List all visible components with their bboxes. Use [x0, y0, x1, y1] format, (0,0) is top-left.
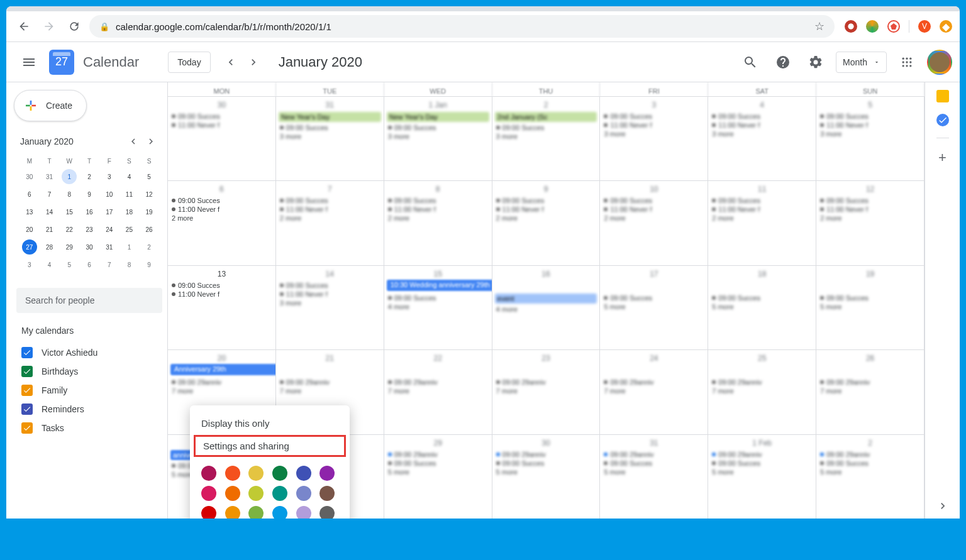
main-menu-button[interactable]: [14, 47, 44, 77]
calendar-item[interactable]: Tasks: [21, 419, 157, 437]
tasks-icon[interactable]: [936, 114, 949, 126]
day-cell[interactable]: 2609:00 29anniv7 more: [816, 349, 924, 434]
mini-day[interactable]: 6: [82, 257, 97, 272]
mini-day[interactable]: 31: [102, 239, 117, 255]
mini-day[interactable]: 14: [42, 204, 57, 219]
google-apps-icon[interactable]: [894, 50, 919, 75]
ext-icon-4[interactable]: ◆: [940, 20, 952, 33]
mini-day[interactable]: 30: [22, 169, 37, 184]
day-cell[interactable]: 309:00 Succes11:00 Never f3 more: [600, 96, 708, 180]
mini-day[interactable]: 26: [142, 222, 157, 237]
mini-day[interactable]: 31: [42, 169, 57, 184]
color-option[interactable]: [296, 466, 311, 481]
color-option[interactable]: [201, 486, 216, 501]
mini-day[interactable]: 8: [62, 187, 77, 202]
keep-icon[interactable]: [936, 90, 949, 102]
add-addon-button[interactable]: +: [938, 150, 947, 166]
mini-day[interactable]: 1: [121, 239, 136, 255]
day-cell[interactable]: 3009:00 Succes11:00 Never f: [168, 96, 276, 180]
mini-day[interactable]: 8: [121, 257, 136, 272]
forward-button[interactable]: [39, 16, 59, 36]
day-cell[interactable]: 1510:30 Wedding anniversary 29th09:00 Su…: [384, 265, 492, 349]
mini-day[interactable]: 9: [82, 187, 97, 202]
color-option[interactable]: [248, 466, 264, 481]
color-option[interactable]: [272, 506, 287, 519]
color-option[interactable]: [225, 486, 240, 501]
mini-day[interactable]: 7: [102, 257, 117, 272]
day-cell[interactable]: 22nd January (Sc09:00 Succes3 more: [492, 96, 601, 180]
color-option[interactable]: [272, 486, 287, 501]
day-cell[interactable]: 2209:00 29anniv7 more: [384, 349, 492, 434]
mini-day[interactable]: 27: [22, 239, 37, 255]
day-cell[interactable]: 909:00 Succes11:00 Never f2 more: [492, 180, 601, 265]
color-option[interactable]: [225, 466, 240, 481]
mini-day[interactable]: 21: [42, 222, 57, 237]
day-cell[interactable]: 509:00 Succes11:00 Never f3 more: [816, 96, 924, 180]
color-option[interactable]: [248, 486, 264, 501]
day-cell[interactable]: 1709:00 Succes5 more: [600, 265, 708, 349]
view-selector[interactable]: Month: [836, 52, 887, 73]
mini-day[interactable]: 6: [22, 187, 37, 202]
calendar-checkbox[interactable]: [21, 347, 33, 358]
day-cell[interactable]: 1 JanNew Year's Day09:00 Succes3 more: [384, 96, 492, 180]
mini-day[interactable]: 28: [42, 239, 57, 255]
color-option[interactable]: [201, 466, 216, 481]
mini-day[interactable]: 3: [102, 169, 117, 184]
back-button[interactable]: [14, 16, 34, 36]
mini-day[interactable]: 29: [62, 239, 77, 255]
url-field[interactable]: 🔒 calendar.google.com/calendar/b/1/r/mon…: [89, 15, 835, 38]
reload-button[interactable]: [64, 16, 84, 36]
day-cell[interactable]: 809:00 Succes11:00 Never f2 more: [384, 180, 492, 265]
color-option[interactable]: [319, 506, 335, 519]
mini-day[interactable]: 12: [142, 187, 157, 202]
color-option[interactable]: [248, 506, 264, 519]
day-cell[interactable]: 16event4 more: [492, 265, 601, 349]
color-option[interactable]: [225, 506, 240, 519]
mini-day[interactable]: 7: [42, 187, 57, 202]
mini-day[interactable]: 5: [142, 169, 157, 184]
calendar-checkbox[interactable]: [21, 385, 33, 396]
mini-day[interactable]: 9: [142, 257, 157, 272]
mini-day[interactable]: 2: [82, 169, 97, 184]
ext-icon-1[interactable]: [845, 20, 857, 33]
next-month-button[interactable]: [243, 52, 264, 72]
calendar-checkbox[interactable]: [21, 404, 33, 415]
mini-day[interactable]: 2: [142, 239, 157, 255]
mini-day[interactable]: 17: [102, 204, 117, 219]
bookmark-star-icon[interactable]: ☆: [814, 19, 824, 33]
prev-month-button[interactable]: [221, 52, 241, 72]
day-cell[interactable]: 1209:00 Succes11:00 Never f2 more: [816, 180, 924, 265]
day-cell[interactable]: 409:00 Succes11:00 Never f3 more: [708, 96, 816, 180]
day-cell[interactable]: 31New Year's Day09:00 Succes3 more: [276, 96, 384, 180]
mini-day[interactable]: 24: [102, 222, 117, 237]
mini-day[interactable]: 11: [121, 187, 136, 202]
mini-day[interactable]: 4: [121, 169, 136, 184]
search-icon[interactable]: [738, 50, 763, 75]
mini-day[interactable]: 19: [142, 204, 157, 219]
color-option[interactable]: [296, 486, 311, 501]
my-calendars-heading[interactable]: My calendars: [21, 326, 157, 336]
mini-day[interactable]: 3: [22, 257, 37, 272]
settings-sharing-option[interactable]: Settings and sharing: [194, 435, 346, 457]
display-only-option[interactable]: Display this only: [190, 412, 350, 435]
mini-day[interactable]: 25: [121, 222, 136, 237]
day-cell[interactable]: 609:00 Succes11:00 Never f2 more: [168, 180, 276, 265]
day-cell[interactable]: 3009:00 29anniv09:00 Succes5 more: [492, 434, 601, 519]
today-button[interactable]: Today: [168, 52, 210, 73]
calendar-item[interactable]: Family: [21, 381, 157, 400]
profile-icon[interactable]: V: [918, 20, 931, 33]
mini-day[interactable]: 1: [62, 169, 77, 184]
day-cell[interactable]: 1309:00 Succes11:00 Never f: [168, 265, 276, 349]
mini-day[interactable]: 10: [102, 187, 117, 202]
mini-day[interactable]: 18: [121, 204, 136, 219]
color-option[interactable]: [201, 506, 216, 519]
mini-day[interactable]: 20: [22, 222, 37, 237]
day-cell[interactable]: 2309:00 29anniv7 more: [492, 349, 601, 434]
color-option[interactable]: [319, 466, 335, 481]
day-cell[interactable]: 1909:00 Succes5 more: [816, 265, 924, 349]
mini-day[interactable]: 13: [22, 204, 37, 219]
day-cell[interactable]: 2909:00 29anniv09:00 Succes5 more: [384, 434, 492, 519]
day-cell[interactable]: 1809:00 Succes5 more: [708, 265, 816, 349]
create-button[interactable]: Create: [14, 90, 87, 121]
calendar-item[interactable]: Birthdays: [21, 362, 157, 381]
